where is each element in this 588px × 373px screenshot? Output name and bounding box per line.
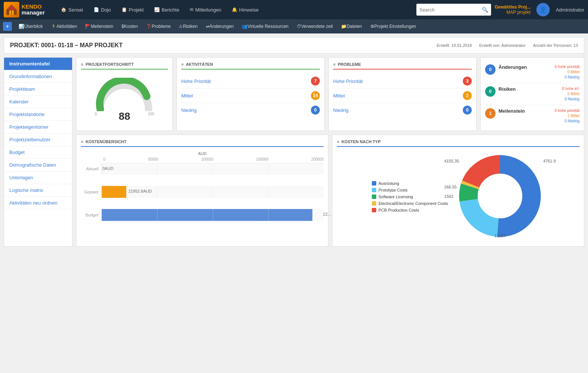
nav-berichte[interactable]: 📈 Berichte (149, 0, 185, 19)
nav-dateien[interactable]: 📁 Dateien (337, 19, 366, 33)
cost-chart: AUD 050000100000150000200000 Aktuell 0AU… (81, 151, 324, 221)
sidebar-item-projektstandorte[interactable]: Projektstandorte (4, 108, 72, 121)
project-header: PROJEKT: 0001- 01-18 – MAP PROJEKT Erste… (4, 37, 584, 54)
donut-container: Ausrüstung Prototype Costs Software Lice… (337, 151, 579, 242)
cost-row-geplant: Geplant 21952.8AUD (81, 186, 324, 198)
aktivitaten-icon: 🏃 (51, 24, 56, 29)
aktivitat-mittel[interactable]: Mittel 14 (181, 89, 320, 103)
nav-probleme[interactable]: ❓ Probleme (142, 19, 174, 33)
aktivitat-hohe[interactable]: Hohe Priorität 7 (181, 74, 320, 89)
top-nav: KENDOmanager 🏠 Sensei 📄 Dojo 📋 Projekt 📈… (0, 0, 588, 19)
admin-name: Administrator (556, 7, 584, 13)
nav-projekt[interactable]: 📋 Projekt (116, 0, 149, 19)
sidebar-item-aktivitatenneu[interactable]: Aktivitäten neu ordnen (4, 197, 72, 209)
label-266: 266.55 (444, 185, 457, 189)
kosten-typ-icon: ≡ (337, 139, 339, 144)
donut-svg-container: 4155.35 4761.9 266.55 1562 11207 (455, 151, 545, 242)
nav-risiken[interactable]: ⚠ Risiken (175, 19, 201, 33)
nav-mitteilungen[interactable]: ✉ Mitteilungen (185, 0, 227, 19)
selected-project[interactable]: Gewähltes Proj... MAP projekt (495, 4, 531, 15)
cost-label-budget: Budget (81, 213, 101, 217)
nav-uberblick[interactable]: 📊 Überblick (15, 19, 46, 33)
search-icon: 🔍 (482, 7, 488, 13)
legend-software: Software Licensing (372, 194, 448, 199)
logo[interactable]: KENDOmanager (4, 2, 52, 17)
project-title: PROJEKT: 0001- 01-18 – MAP PROJEKT (10, 42, 123, 49)
legend-prototype: Prototype Costs (372, 188, 448, 192)
problem-niedrig[interactable]: Niedrig 0 (333, 103, 472, 117)
stat-meilenstein[interactable]: 1 Meilenstein 0 hohe priorität 1 Mittel … (485, 105, 579, 127)
berichte-icon: 📈 (154, 7, 160, 12)
sidebar-item-kalender[interactable]: Kalender (4, 96, 72, 108)
sidebar-item-grundinformationen[interactable]: Grundinformationen (4, 70, 72, 83)
probleme-icon: ❓ (146, 24, 152, 29)
anderungen-icon: ⇌ (206, 24, 209, 29)
stat-anderungen[interactable]: 0 Änderungen 0 hohe priorität 0 Mittel 0… (485, 61, 579, 83)
sidebar-item-projektzielbenutzer[interactable]: Projektzielbenutzer (4, 134, 72, 146)
cost-bar-aktuell-wrapper: 0AUD (101, 163, 324, 175)
add-button[interactable]: + (3, 22, 12, 31)
dojo-icon: 📄 (94, 7, 99, 12)
virtuelle-icon: 👥 (242, 24, 247, 29)
sidebar-item-projektteam[interactable]: Projektteam (4, 83, 72, 96)
nav-aktivitaten[interactable]: 🏃 Aktivitäten (47, 19, 81, 33)
search-box[interactable]: 🔍 (416, 4, 491, 16)
legend-pcb-dot (372, 208, 376, 212)
legend-electrical-dot (372, 201, 376, 206)
kosten-nach-typ-title: ≡ KOSTEN NACH TYP (337, 139, 579, 147)
nav-einstellungen[interactable]: ⚙ Projekt Einstellungen (367, 19, 420, 33)
cost-bar-budget-wrapper: 22... (101, 209, 324, 221)
sidebar-item-projekteigentumer[interactable]: Projekteigentümer (4, 121, 72, 134)
sidebar-item-instrumententafel[interactable]: Instrumententafel (4, 58, 72, 70)
risiken-icon: ⚠ (179, 24, 183, 29)
aktivitat-niedrig[interactable]: Niedrig 0 (181, 103, 320, 117)
cost-label-geplant: Geplant (81, 190, 101, 194)
sidebar-item-demografische[interactable]: Demografische Daten (4, 159, 72, 171)
project-created-by: Erstellt von: Administrator (479, 43, 526, 48)
nav-verwendete[interactable]: ⏱ Verwendete zeit (293, 19, 337, 33)
uberblick-icon: 📊 (19, 24, 24, 29)
label-1562: 1562 (444, 194, 453, 199)
verwendete-icon: ⏱ (297, 24, 301, 29)
nav-virtuelle[interactable]: 👥 Virtuelle Ressourcen (238, 19, 292, 33)
sidebar: Instrumententafel Grundinformationen Pro… (4, 57, 72, 247)
aktivitaten-title: ≡ AKTIVITÄTEN (181, 62, 320, 70)
meilenstein-circle: 1 (485, 108, 496, 119)
project-created: Erstellt: 10.01.2018 (436, 43, 472, 48)
dashboard-layout: Instrumententafel Grundinformationen Pro… (4, 57, 584, 247)
legend-prototype-dot (372, 188, 376, 192)
probleme-panel: ≡ PROBLEME Hohe Priorität 3 Mittel 2 Nie… (328, 57, 477, 131)
nav-hinweise[interactable]: 🔔 Hinweise (227, 0, 264, 19)
svg-point-9 (478, 174, 522, 218)
problem-mittel[interactable]: Mittel 2 (333, 89, 472, 103)
svg-marker-1 (6, 4, 17, 10)
hinweise-icon: 🔔 (232, 7, 237, 12)
risiken-sub: 0 hohe inf. 0 Mittel 0 Niedrig (562, 86, 579, 102)
nav-dojo[interactable]: 📄 Dojo (88, 0, 116, 19)
cost-icon: ≡ (81, 139, 83, 144)
nav-meilenstein[interactable]: 🚩 Meilenstein (81, 19, 117, 33)
problem-hohe[interactable]: Hohe Priorität 3 (333, 74, 472, 89)
search-input[interactable] (419, 7, 482, 13)
legend-software-dot (372, 194, 376, 199)
nav-anderungen[interactable]: ⇌ Änderungen (202, 19, 237, 33)
badge-hohe: 7 (311, 77, 320, 86)
svg-rect-0 (6, 10, 17, 15)
badge-problem-mittel: 2 (463, 91, 472, 100)
projektfortschritt-panel: ≡ PROJEKTFORTSCHRITT 0 % (76, 57, 173, 131)
cost-bar-geplant-wrapper: 21952.8AUD (101, 186, 324, 198)
kostenubersicht-title: ≡ KOSTENÜBERSICHT (81, 139, 324, 147)
main-content: PROJEKT: 0001- 01-18 – MAP PROJEKT Erste… (0, 37, 588, 250)
nav-sensei[interactable]: 🏠 Sensei (56, 0, 88, 19)
nav-kosten[interactable]: $ Kosten (118, 19, 142, 33)
sidebar-item-unterlagen[interactable]: Unterlagen (4, 171, 72, 184)
cost-bar-budget (102, 209, 312, 221)
project-persons: Anzahl der Personen: 13 (533, 43, 578, 48)
stat-risiken[interactable]: 0 Risiken 0 hohe inf. 0 Mittel 0 Niedrig (485, 83, 579, 105)
cost-currency: AUD (81, 151, 324, 156)
legend-ausrustung: Ausrüstung (372, 181, 448, 186)
label-4761: 4761.9 (543, 159, 556, 163)
risiken-circle: 0 (485, 86, 496, 97)
sidebar-item-budget[interactable]: Budget (4, 146, 72, 159)
sidebar-item-logischematrix[interactable]: Logische matrix (4, 184, 72, 197)
